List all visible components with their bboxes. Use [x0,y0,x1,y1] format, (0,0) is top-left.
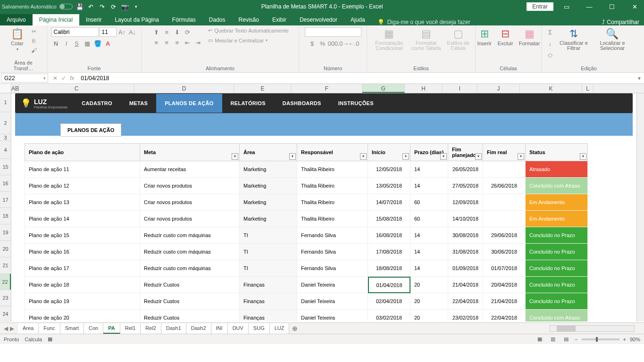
cell-prazo[interactable]: 20 [410,310,448,321]
cell-prazo[interactable]: 14 [410,260,448,277]
qat-customize-icon[interactable]: ▾ [132,2,141,11]
login-button[interactable]: Entrar [527,2,553,11]
macro-icon[interactable]: ▦ [48,336,52,342]
close-icon[interactable]: ✕ [625,0,644,13]
cell-fim-planejado[interactable]: 27/05/2018 [448,178,483,194]
paste-button[interactable]: 📋 Colar ▾ [8,27,27,52]
filter-meta[interactable]: ▾ [232,153,238,160]
decimal-dec-icon[interactable]: ←.0 [349,39,359,48]
align-center-icon[interactable]: ≡ [162,38,171,47]
tab-layout[interactable]: Layout da Página [108,14,165,25]
cell-resp[interactable]: Daniel Teixeira [297,293,368,310]
sheet-tab-rel2[interactable]: Rel2 [141,323,161,334]
cell-resp[interactable]: Thalita Ribeiro [297,161,368,178]
cell-fim-planejado[interactable]: 01/09/2018 [448,260,483,277]
nav-cadastro[interactable]: CADASTRO [73,94,121,113]
cell-plano[interactable]: Plano de ação 18 [25,277,140,293]
cell-fim-real[interactable]: 01/07/2018 [483,260,526,277]
filter-inicio[interactable]: ▾ [402,153,409,160]
cell-plano[interactable]: Plano de ação 12 [25,178,140,194]
autosave-toggle[interactable] [59,4,73,9]
cell-styles-button[interactable]: ▢Estilos de Célula [445,27,471,52]
cell-area[interactable]: Marketing [240,211,297,227]
cell-meta[interactable]: Reduzir Custos [140,277,240,293]
col-header-A[interactable]: A [11,84,15,93]
cell-fim-real[interactable] [483,211,526,227]
row-header-23[interactable]: 23 [0,290,11,306]
decrease-font-icon[interactable]: A↓ [128,27,137,37]
cell-fim-real[interactable]: 26/06/2018 [483,178,526,194]
view-break-icon[interactable]: ▤ [561,336,571,343]
sheet-tab-duv[interactable]: DUV [228,323,249,334]
filter-status[interactable]: ▾ [580,153,586,160]
find-select-button[interactable]: 🔍Localizar e Selecionar [593,27,632,52]
cell-plano[interactable]: Plano de ação 16 [25,244,140,260]
cell-inicio[interactable]: 17/08/2018 [368,244,410,260]
cell-resp[interactable]: Thalita Ribeiro [297,194,368,211]
cell-status[interactable]: Concluído no Prazo [526,244,588,260]
cell-plano[interactable]: Plano de ação 20 [25,310,140,321]
nav-instrucoes[interactable]: INSTRUÇÕES [330,94,382,113]
tab-exibir[interactable]: Exibir [266,14,293,25]
tab-dados[interactable]: Dados [202,14,232,25]
indent-left-icon[interactable]: ⇤ [183,38,192,47]
cell-inicio[interactable]: 15/08/2018 [368,211,410,227]
sheet-next-icon[interactable]: ▶ [10,325,14,332]
fx-icon[interactable]: fx [70,75,74,82]
tab-revisao[interactable]: Revisão [232,14,266,25]
name-box[interactable]: G22 [1,74,48,82]
fill-color-icon[interactable]: 🪣 [93,39,102,48]
sheet-tab-func[interactable]: Func [39,323,60,334]
cell-status[interactable]: Concluído no Prazo [526,277,588,293]
cut-icon[interactable]: ✂ [29,27,39,36]
row-header-17[interactable]: 17 [0,192,11,208]
col-header-H[interactable]: H [405,84,443,93]
sheet-tab-dash2[interactable]: Dash2 [186,323,211,334]
zoom-in-icon[interactable]: + [623,337,626,342]
cell-fim-planejado[interactable]: 12/09/2018 [448,194,483,211]
cell-meta[interactable]: Reduzir Custos [140,310,240,321]
row-header-4[interactable]: 4 [0,141,11,159]
cell-meta[interactable]: Criar novos produtos [140,178,240,194]
cell-plano[interactable]: Plano de ação 15 [25,227,140,244]
horizontal-scrollbar[interactable] [550,325,635,332]
select-all-corner[interactable] [0,84,11,93]
increase-font-icon[interactable]: A↑ [117,27,127,37]
cell-resp[interactable]: Daniel Teixeira [297,277,368,293]
redo-icon[interactable]: ↷ [98,2,107,11]
cell-status[interactable]: Atrasado [526,161,588,178]
add-sheet-button[interactable]: ⊕ [289,325,301,332]
col-header-J[interactable]: J [477,84,520,93]
cell-resp[interactable]: Daniel Teixeira [297,310,368,321]
cell-area[interactable]: Marketing [240,178,297,194]
align-top-icon[interactable]: ⬆ [151,27,161,37]
filter-resp[interactable]: ▾ [360,153,367,160]
cell-fim-real[interactable]: 21/04/2018 [483,293,526,310]
formula-input[interactable] [78,73,635,83]
cell-resp[interactable]: Thalita Ribeiro [297,178,368,194]
zoom-slider[interactable] [582,338,619,340]
filter-prazo[interactable]: ▾ [440,153,447,160]
format-as-table-button[interactable]: ▤Formatar como Tabela [409,27,443,52]
cell-resp[interactable]: Fernando Silva [297,260,368,277]
cell-resp[interactable]: Thalita Ribeiro [297,211,368,227]
autosum-icon[interactable]: Σ [545,27,555,37]
cell-status[interactable]: Concluído com Atraso [526,310,588,321]
row-header-3[interactable]: 3 [0,134,11,141]
filter-area[interactable]: ▾ [289,153,296,160]
zoom-level[interactable]: 90% [630,337,640,342]
sheet-tab-sug[interactable]: SUG [249,323,270,334]
cell-area[interactable]: TI [240,260,297,277]
cell-inicio[interactable]: 02/04/2018 [368,293,410,310]
ribbon-options-icon[interactable]: ▭ [557,0,576,13]
cell-inicio[interactable]: 13/05/2018 [368,178,410,194]
col-header-G[interactable]: G [362,84,405,93]
tab-formulas[interactable]: Fórmulas [166,14,202,25]
sheet-content[interactable]: 💡 LUZPlanilhas Empresariais CADASTRO MET… [11,93,636,321]
sheet-tab-con[interactable]: Con [84,323,103,334]
row-header-24[interactable]: 24 [0,306,11,321]
sheet-tab-dash1[interactable]: Dash1 [161,323,186,334]
decimal-inc-icon[interactable]: .0→ [339,39,348,48]
cell-fim-real[interactable]: 30/06/2018 [483,244,526,260]
wrap-text-button[interactable]: ↩Quebrar Texto Automaticamente [208,27,289,33]
